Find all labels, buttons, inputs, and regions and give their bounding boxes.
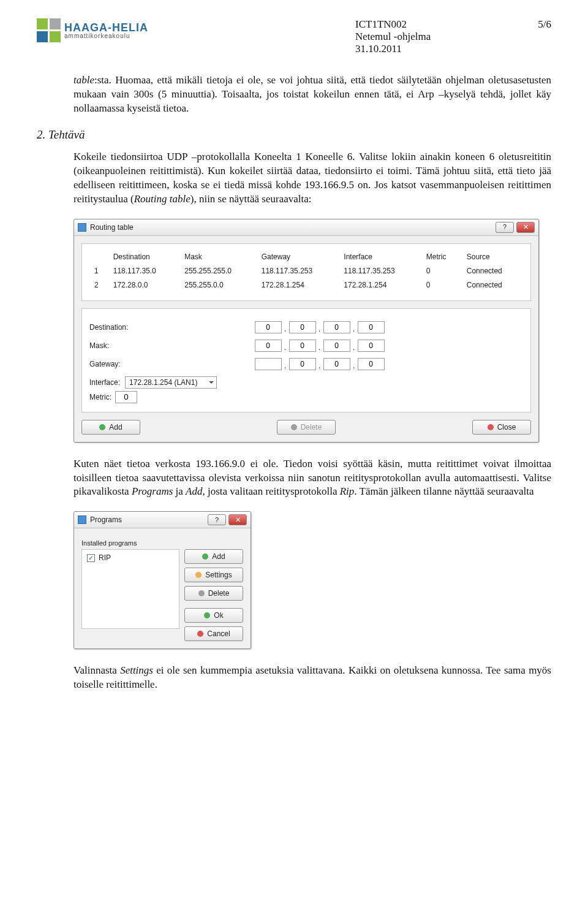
doc-title: Netemul -ohjelma <box>355 31 431 43</box>
metric-label: Metric: <box>89 393 111 401</box>
installed-label: Installed programs <box>81 539 243 547</box>
gear-icon <box>195 572 202 578</box>
plus-icon <box>202 553 208 560</box>
destination-input[interactable]: . . . <box>255 321 385 333</box>
delete-button[interactable]: Delete <box>184 586 243 601</box>
help-button[interactable]: ? <box>496 222 514 233</box>
minus-icon <box>198 590 205 596</box>
metric-stepper[interactable] <box>115 391 137 403</box>
brand-sub: ammattikorkeakoulu <box>64 33 148 39</box>
cancel-button[interactable]: Cancel <box>184 626 243 641</box>
interface-select[interactable]: 172.28.1.254 (LAN1) <box>125 376 217 389</box>
close-dialog-button[interactable]: Close <box>472 420 531 435</box>
close-button[interactable]: ✕ <box>228 514 247 525</box>
ok-button[interactable]: Ok <box>184 608 243 623</box>
logo: HAAGA-HELIA ammattikorkeakoulu <box>37 18 159 42</box>
brand-main: HAAGA-HELIA <box>64 22 148 33</box>
plus-icon <box>99 424 105 430</box>
paragraph-2: Kokeile tiedonsiirtoa UDP –protokollalla… <box>74 150 551 207</box>
list-item: ✓ RIP <box>82 552 179 563</box>
window-title: Programs <box>90 515 122 524</box>
window-title: Routing table <box>90 223 134 232</box>
routing-grid: Destination Mask Gateway Interface Metri… <box>89 250 523 292</box>
installed-list[interactable]: ✓ RIP <box>81 549 179 629</box>
logo-icon <box>37 18 61 42</box>
doc-code: ICT1TN002 <box>355 18 407 31</box>
mask-label: Mask: <box>89 341 145 350</box>
cancel-icon <box>197 631 203 637</box>
help-button[interactable]: ? <box>208 514 226 525</box>
add-button[interactable]: Add <box>184 549 243 564</box>
app-icon <box>78 223 86 232</box>
programs-window: Programs ? ✕ Installed programs ✓ RIP <box>74 511 251 649</box>
add-button[interactable]: Add <box>81 420 140 435</box>
page-number: 5/6 <box>538 18 551 31</box>
settings-button[interactable]: Settings <box>184 568 243 582</box>
table-row: 1118.117.35.0255.255.255.0118.117.35.253… <box>89 264 523 278</box>
destination-label: Destination: <box>89 323 145 332</box>
section-heading: 2. Tehtävä <box>37 128 551 142</box>
mask-input[interactable]: . . . <box>255 340 385 352</box>
minus-icon <box>291 424 297 430</box>
paragraph-1: table:sta. Huomaa, että mikäli tietoja e… <box>74 74 551 116</box>
doc-date: 31.10.2011 <box>355 43 402 55</box>
interface-label: Interface: <box>89 378 120 387</box>
gateway-input[interactable]: . . . <box>255 358 385 370</box>
routing-table-window: Routing table ? ✕ Destination Mask Gatew… <box>74 219 539 443</box>
close-icon <box>488 424 494 430</box>
close-button[interactable]: ✕ <box>516 222 535 233</box>
delete-button[interactable]: Delete <box>277 420 336 435</box>
paragraph-4: Valinnasta Settings ei ole sen kummempia… <box>74 664 551 692</box>
table-header-row: Destination Mask Gateway Interface Metri… <box>89 250 523 264</box>
table-row: 2172.28.0.0255.255.0.0172.28.1.254172.28… <box>89 278 523 292</box>
gateway-label: Gateway: <box>89 360 145 368</box>
check-icon <box>204 612 210 618</box>
paragraph-3: Kuten näet tietoa verkosta 193.166.9.0 e… <box>74 457 551 500</box>
checkbox[interactable]: ✓ <box>87 554 95 562</box>
app-icon <box>78 515 86 524</box>
